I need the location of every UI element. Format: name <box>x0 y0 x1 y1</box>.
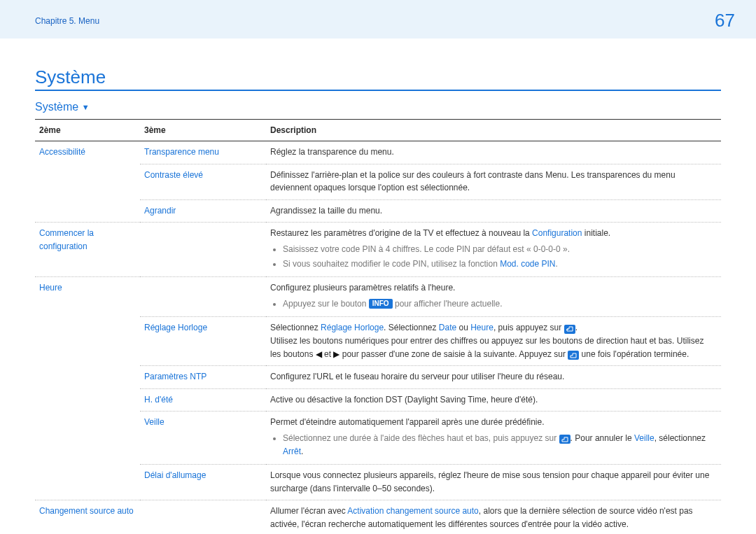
header-col-1: 2ème <box>35 120 140 141</box>
inline-link: Réglage Horloge <box>321 323 384 332</box>
cell-level1 <box>35 388 140 412</box>
table-row: Heure Configurez plusieurs paramètres re… <box>35 277 721 317</box>
cell-level1 <box>35 199 140 223</box>
note-list: Sélectionnez une durée à l'aide des flèc… <box>270 432 717 458</box>
table-row: Contraste élevé Définissez l'arrière-pla… <box>35 164 721 199</box>
inline-link: Configuration <box>532 228 582 238</box>
desc-text: Permet d'éteindre automatiquement l'appa… <box>270 417 545 427</box>
table-row: Accessibilité Transparence menu Réglez l… <box>35 141 721 164</box>
enter-button-icon <box>559 435 570 444</box>
table-row: Délai d'allumage Lorsque vous connectez … <box>35 465 721 500</box>
note-text: pour afficher l'heure actuelle. <box>393 299 503 309</box>
breadcrumb: Chapitre 5. Menu <box>35 16 99 26</box>
list-item: Sélectionnez une durée à l'aide des flèc… <box>283 432 717 458</box>
cell-level2: Transparence menu <box>140 141 266 164</box>
note-list: Saisissez votre code PIN à 4 chiffres. L… <box>270 243 717 270</box>
cell-description: Lorsque vous connectez plusieurs apparei… <box>266 465 721 500</box>
desc-text: . Sélectionnez <box>384 323 439 332</box>
cell-description: Restaurez les paramètres d'origine de la… <box>266 223 721 277</box>
page-header: Chapitre 5. Menu 67 <box>0 0 756 38</box>
note-text: . <box>301 447 303 456</box>
note-text: , sélectionnez <box>654 433 706 443</box>
table-header-row: 2ème 3ème Description <box>35 120 721 141</box>
table-row: Commencer la configuration Restaurez les… <box>35 223 721 277</box>
enter-button-icon <box>568 351 579 360</box>
header-col-3: Description <box>266 120 721 141</box>
cell-level1 <box>35 465 140 500</box>
dropdown-triangle-icon: ▼ <box>82 103 90 111</box>
cell-level2: Paramètres NTP <box>140 366 266 389</box>
cell-level1 <box>35 412 140 465</box>
desc-text: . <box>575 323 578 332</box>
cell-level1: Accessibilité <box>35 141 140 164</box>
cell-description: Allumer l'écran avec Activation changeme… <box>266 500 721 534</box>
table-row: Paramètres NTP Configurez l'URL et le fu… <box>35 366 721 389</box>
desc-text: Restaurez les paramètres d'origine de la… <box>270 228 532 238</box>
desc-text: ou <box>456 323 470 332</box>
enter-button-icon <box>564 325 575 334</box>
inline-link: Mod. code PIN <box>500 259 555 269</box>
cell-level1 <box>35 366 140 389</box>
cell-level2: Contraste élevé <box>140 164 266 199</box>
desc-text: Sélectionnez <box>270 323 321 332</box>
cell-description: Sélectionnez Réglage Horloge. Sélectionn… <box>266 317 721 366</box>
list-item: Si vous souhaitez modifier le code PIN, … <box>283 258 717 271</box>
cell-description: Configurez plusieurs paramètres relatifs… <box>266 277 721 317</box>
table-row: Réglage Horloge Sélectionnez Réglage Hor… <box>35 317 721 366</box>
list-item: Saisissez votre code PIN à 4 chiffres. L… <box>283 243 717 256</box>
list-item: Appuyez sur le bouton INFO pour afficher… <box>283 297 717 311</box>
note-text: Appuyez sur le bouton <box>283 299 369 309</box>
desc-text: pour passer d'une zone de saisie à la su… <box>340 349 568 359</box>
cell-level1: Commencer la configuration <box>35 223 140 277</box>
cell-description: Configurez l'URL et le fuseau horaire du… <box>266 366 721 389</box>
desc-text: Allumer l'écran avec <box>270 506 347 516</box>
page-number: 67 <box>715 10 735 31</box>
page-content: Système Système ▼ 2ème 3ème Description … <box>0 38 756 534</box>
settings-table: 2ème 3ème Description Accessibilité Tran… <box>35 119 721 534</box>
inline-link: Heure <box>470 323 493 332</box>
desc-text: et <box>322 349 334 359</box>
arrow-left-icon: ◀ <box>316 349 322 359</box>
cell-level1 <box>35 164 140 199</box>
table-row: Veille Permet d'éteindre automatiquement… <box>35 412 721 465</box>
cell-description: Définissez l'arrière-plan et la police s… <box>266 164 721 199</box>
cell-level2 <box>140 500 266 534</box>
note-text: Si vous souhaitez modifier le code PIN, … <box>283 259 500 269</box>
note-text: . Pour annuler le <box>570 433 634 443</box>
cell-level1: Heure <box>35 277 140 317</box>
desc-text: une fois l'opération terminée. <box>579 349 689 359</box>
cell-description: Active ou désactive la fonction DST (Day… <box>266 388 721 412</box>
cell-level2: Agrandir <box>140 199 266 223</box>
cell-description: Réglez la transparence du menu. <box>266 141 721 164</box>
inline-link: Date <box>439 323 456 332</box>
subtitle-text: Système <box>35 101 78 113</box>
inline-link: Arrêt <box>283 447 301 456</box>
inline-link: Activation changement source auto <box>347 506 478 516</box>
desc-text: , puis appuyez sur <box>493 323 564 332</box>
note-text: Sélectionnez une durée à l'aide des flèc… <box>283 433 559 443</box>
page-title: Système <box>35 66 721 91</box>
header-col-2: 3ème <box>140 120 266 141</box>
desc-text: Configurez plusieurs paramètres relatifs… <box>270 283 455 293</box>
section-subtitle: Système ▼ <box>35 101 721 113</box>
cell-level2: Délai d'allumage <box>140 465 266 500</box>
info-pill-icon: INFO <box>369 299 393 309</box>
cell-level2 <box>140 223 266 277</box>
cell-description: Agrandissez la taille du menu. <box>266 199 721 223</box>
note-list: Appuyez sur le bouton INFO pour afficher… <box>270 297 717 311</box>
desc-text: initiale. <box>582 228 610 238</box>
cell-level1 <box>35 317 140 366</box>
note-text: . <box>556 259 558 269</box>
cell-level2: H. d'été <box>140 388 266 412</box>
inline-link: Veille <box>634 433 654 443</box>
cell-level1: Changement source auto <box>35 500 140 534</box>
cell-description: Permet d'éteindre automatiquement l'appa… <box>266 412 721 465</box>
table-row: Agrandir Agrandissez la taille du menu. <box>35 199 721 223</box>
cell-level2 <box>140 277 266 317</box>
table-row: Changement source auto Allumer l'écran a… <box>35 500 721 534</box>
cell-level2: Veille <box>140 412 266 465</box>
table-row: H. d'été Active ou désactive la fonction… <box>35 388 721 412</box>
cell-level2: Réglage Horloge <box>140 317 266 366</box>
